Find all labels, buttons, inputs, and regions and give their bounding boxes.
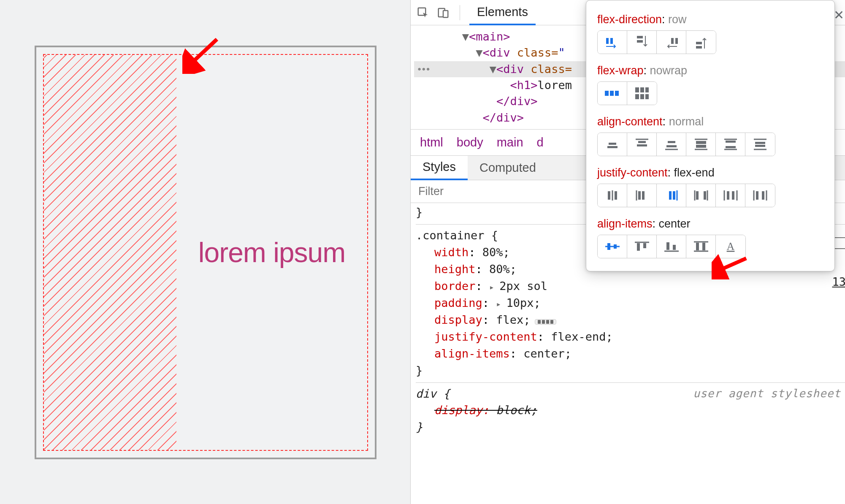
justify-content-option-3[interactable] bbox=[686, 184, 716, 207]
preview-h1: lorem ipsum bbox=[198, 236, 345, 268]
source-link[interactable]: 13 bbox=[832, 275, 845, 288]
css-decl-display[interactable]: display: flex; bbox=[416, 312, 845, 328]
flex-wrap-option-1[interactable] bbox=[627, 82, 657, 105]
toolbar-divider bbox=[460, 5, 460, 20]
svg-rect-41 bbox=[608, 191, 610, 200]
popover-row-align-content: align-content: normal bbox=[597, 115, 823, 156]
device-toggle-icon[interactable] bbox=[436, 5, 450, 20]
ua-stylesheet-label: user agent stylesheet bbox=[693, 385, 845, 401]
align-content-option-0[interactable] bbox=[598, 133, 627, 156]
svg-rect-17 bbox=[645, 87, 649, 92]
align-content-option-2[interactable] bbox=[657, 133, 686, 156]
svg-rect-69 bbox=[673, 245, 676, 250]
svg-rect-52 bbox=[704, 191, 706, 200]
preview-container: lorem ipsum bbox=[35, 46, 376, 459]
dom-div1[interactable]: <div bbox=[483, 46, 517, 59]
popover-label: flex-wrap: nowrap bbox=[597, 64, 823, 77]
svg-rect-25 bbox=[637, 144, 647, 146]
breadcrumb-main[interactable]: main bbox=[497, 135, 523, 149]
css-decl-justify-content[interactable]: justify-content: flex-end; bbox=[416, 328, 845, 345]
css-decl-display[interactable]: display: bbox=[434, 404, 489, 417]
popover-options-flex-wrap bbox=[597, 81, 657, 105]
svg-rect-4 bbox=[606, 38, 609, 44]
svg-rect-3 bbox=[443, 11, 448, 17]
svg-rect-27 bbox=[666, 145, 677, 147]
align-content-option-5[interactable] bbox=[745, 133, 775, 156]
flex-direction-option-0[interactable] bbox=[598, 31, 627, 54]
svg-rect-60 bbox=[762, 191, 764, 200]
justify-content-option-5[interactable] bbox=[745, 184, 775, 207]
close-icon[interactable]: ✕ bbox=[834, 8, 844, 22]
align-content-option-4[interactable] bbox=[716, 133, 745, 156]
svg-rect-64 bbox=[614, 244, 617, 249]
breadcrumb-body[interactable]: body bbox=[457, 135, 483, 149]
flex-wrap-option-0[interactable] bbox=[598, 82, 627, 105]
svg-rect-15 bbox=[635, 87, 639, 92]
element-state-toggle[interactable] bbox=[834, 237, 845, 249]
popover-label: justify-content: flex-end bbox=[597, 166, 823, 179]
align-items-option-2[interactable] bbox=[657, 235, 686, 258]
svg-rect-43 bbox=[615, 191, 617, 200]
svg-rect-31 bbox=[696, 145, 706, 148]
popover-options-flex-direction bbox=[597, 30, 716, 54]
dom-main[interactable]: <main> bbox=[469, 30, 510, 43]
breadcrumb-div[interactable]: d bbox=[537, 135, 544, 149]
flex-direction-option-1[interactable] bbox=[627, 31, 657, 54]
svg-text:A: A bbox=[727, 241, 735, 252]
align-content-option-3[interactable] bbox=[686, 133, 716, 156]
svg-rect-14 bbox=[615, 91, 619, 96]
annotation-arrow-popover bbox=[712, 254, 750, 279]
rule-div[interactable]: div { bbox=[416, 387, 450, 400]
popover-row-justify-content: justify-content: flex-end bbox=[597, 166, 823, 207]
flexbox-editor-popover: flex-direction: rowflex-wrap: nowrapalig… bbox=[586, 0, 835, 271]
tab-styles[interactable]: Styles bbox=[411, 156, 468, 180]
popover-label: flex-direction: row bbox=[597, 13, 823, 26]
svg-rect-8 bbox=[671, 38, 674, 44]
svg-rect-68 bbox=[666, 242, 669, 250]
flex-direction-option-2[interactable] bbox=[657, 31, 686, 54]
svg-rect-46 bbox=[642, 191, 645, 200]
breadcrumb-html[interactable]: html bbox=[420, 135, 443, 149]
popover-row-align-items: align-items: centerA bbox=[597, 217, 823, 258]
justify-content-option-0[interactable] bbox=[598, 184, 627, 207]
popover-options-justify-content bbox=[597, 184, 775, 207]
justify-content-option-4[interactable] bbox=[716, 184, 745, 207]
svg-rect-59 bbox=[756, 191, 758, 200]
svg-rect-24 bbox=[638, 141, 646, 143]
align-content-option-1[interactable] bbox=[627, 133, 657, 156]
tab-computed[interactable]: Computed bbox=[468, 156, 548, 180]
svg-rect-6 bbox=[637, 36, 643, 38]
svg-rect-34 bbox=[726, 141, 736, 143]
align-items-option-0[interactable] bbox=[598, 235, 627, 258]
svg-rect-18 bbox=[635, 94, 639, 99]
tab-elements[interactable]: Elements bbox=[469, 0, 536, 25]
popover-row-flex-wrap: flex-wrap: nowrap bbox=[597, 64, 823, 105]
dom-h1[interactable]: <h1> bbox=[510, 79, 538, 92]
justify-content-option-2[interactable] bbox=[657, 184, 686, 207]
svg-rect-20 bbox=[645, 94, 649, 99]
svg-rect-19 bbox=[640, 94, 644, 99]
flex-direction-option-3[interactable] bbox=[686, 31, 716, 54]
svg-rect-16 bbox=[640, 87, 644, 92]
svg-rect-39 bbox=[755, 145, 765, 147]
svg-rect-12 bbox=[605, 91, 609, 96]
popover-label: align-items: center bbox=[597, 217, 823, 230]
devtools-panel: ✕ Elements ▼<main> ▼<div class=" ▼<div c… bbox=[410, 0, 845, 504]
svg-rect-11 bbox=[696, 46, 702, 49]
svg-rect-55 bbox=[727, 191, 729, 200]
css-decl-padding[interactable]: padding: ▸ 10px; bbox=[416, 295, 845, 312]
css-decl-align-items[interactable]: align-items: center; bbox=[416, 345, 845, 362]
css-decl-border[interactable]: border: ▸ 2px sol bbox=[416, 278, 845, 295]
popover-label: align-content: normal bbox=[597, 115, 823, 128]
svg-rect-51 bbox=[696, 191, 699, 200]
justify-content-option-1[interactable] bbox=[627, 184, 657, 207]
svg-rect-30 bbox=[696, 141, 706, 144]
svg-rect-63 bbox=[607, 243, 610, 250]
svg-rect-48 bbox=[673, 191, 675, 200]
svg-rect-66 bbox=[637, 243, 640, 251]
svg-line-76 bbox=[718, 258, 746, 271]
svg-rect-26 bbox=[668, 141, 675, 143]
align-items-option-1[interactable] bbox=[627, 235, 657, 258]
flexbox-editor-icon[interactable] bbox=[535, 319, 556, 325]
inspect-icon[interactable] bbox=[416, 5, 430, 20]
